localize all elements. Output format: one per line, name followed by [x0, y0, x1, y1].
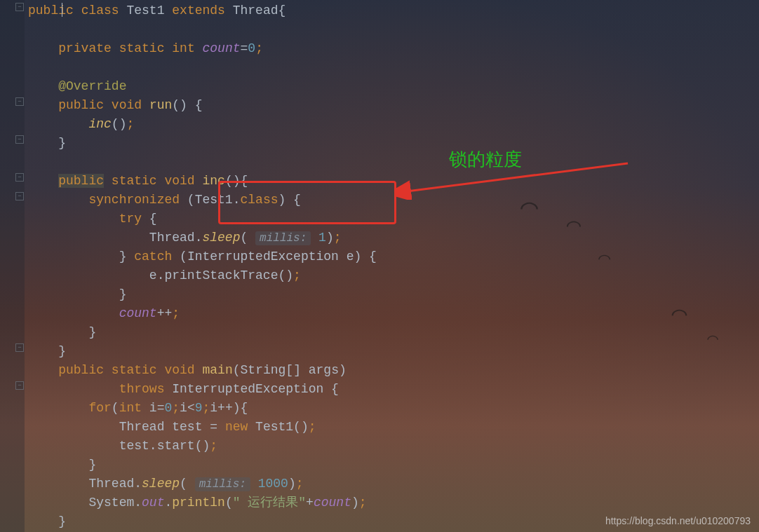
- code-line[interactable]: [28, 20, 759, 39]
- code-line[interactable]: inc();: [28, 115, 759, 134]
- code-line[interactable]: public static void inc(){: [28, 172, 759, 191]
- code-line[interactable]: Thread test = new Test1();: [28, 418, 759, 437]
- code-line[interactable]: public class Test1 extends Thread{: [28, 1, 759, 20]
- code-line[interactable]: [28, 58, 759, 77]
- code-line[interactable]: }: [28, 134, 759, 153]
- code-line[interactable]: synchronized (Test1.class) {: [28, 191, 759, 210]
- code-line[interactable]: for(int i=0;i<9;i++){: [28, 399, 759, 418]
- code-line[interactable]: }: [28, 323, 759, 342]
- code-line[interactable]: throws InterruptedException {: [28, 380, 759, 399]
- fold-marker[interactable]: −: [15, 381, 24, 390]
- code-line[interactable]: [28, 153, 759, 172]
- code-line[interactable]: @Override: [28, 77, 759, 96]
- code-line[interactable]: test.start();: [28, 437, 759, 456]
- code-line[interactable]: count++;: [28, 304, 759, 323]
- fold-marker[interactable]: −: [15, 173, 24, 182]
- code-line[interactable]: try {: [28, 210, 759, 229]
- fold-marker[interactable]: −: [15, 97, 24, 106]
- fold-marker[interactable]: −: [15, 135, 24, 144]
- text-cursor: [62, 3, 62, 17]
- code-line[interactable]: e.printStackTrace();: [28, 266, 759, 285]
- code-line[interactable]: }: [28, 285, 759, 304]
- fold-marker[interactable]: −: [15, 343, 24, 352]
- fold-marker[interactable]: −: [15, 192, 24, 200]
- watermark-text: https://blog.csdn.net/u010200793: [605, 515, 751, 526]
- code-line[interactable]: public void run() {: [28, 96, 759, 115]
- editor-gutter: − − − − − − −: [0, 0, 25, 532]
- code-line[interactable]: public static void main(String[] args): [28, 361, 759, 380]
- code-line[interactable]: } catch (InterruptedException e) {: [28, 247, 759, 266]
- code-line[interactable]: Thread.sleep( millis: 1);: [28, 229, 759, 247]
- code-line[interactable]: }: [28, 456, 759, 475]
- code-line[interactable]: private static int count=0;: [28, 39, 759, 58]
- code-editor[interactable]: public class Test1 extends Thread{ priva…: [28, 0, 759, 531]
- code-line[interactable]: }: [28, 342, 759, 361]
- code-line[interactable]: Thread.sleep( millis: 1000);: [28, 475, 759, 493]
- code-line[interactable]: System.out.println(" 运行结果"+count);: [28, 493, 759, 512]
- fold-marker[interactable]: −: [15, 3, 24, 11]
